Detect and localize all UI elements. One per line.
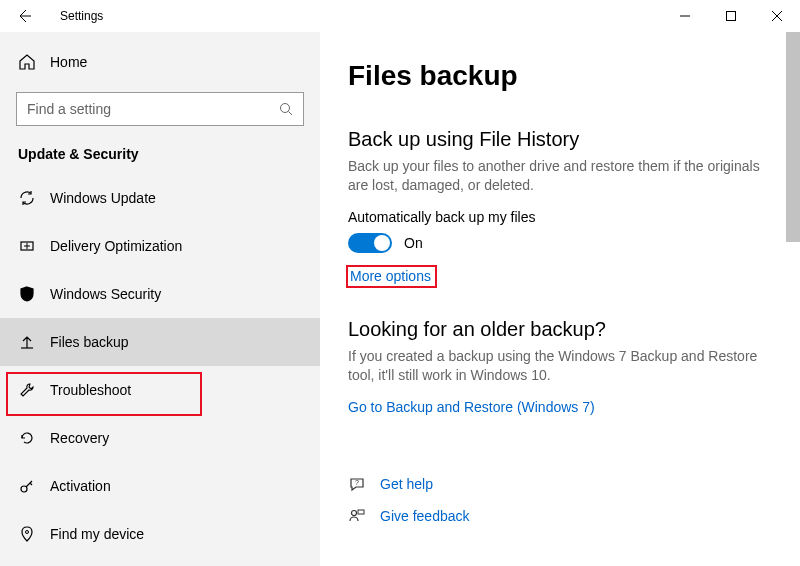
minimize-button[interactable] <box>662 0 708 32</box>
home-icon <box>18 53 36 71</box>
sidebar-item-label: Windows Update <box>50 190 156 206</box>
sidebar-item-label: Delivery Optimization <box>50 238 182 254</box>
sidebar-item-label: Activation <box>50 478 111 494</box>
content-area: Home Update & Security Windows Update De… <box>0 32 800 566</box>
sidebar-item-troubleshoot[interactable]: Troubleshoot <box>0 366 320 414</box>
sidebar: Home Update & Security Windows Update De… <box>0 32 320 566</box>
search-icon <box>279 102 293 116</box>
toggle-label: Automatically back up my files <box>348 209 776 225</box>
backup-restore-link[interactable]: Go to Backup and Restore (Windows 7) <box>348 399 595 415</box>
scrollbar-thumb[interactable] <box>786 32 800 242</box>
section-desc-older-backup: If you created a backup using the Window… <box>348 347 776 385</box>
svg-rect-0 <box>727 12 736 21</box>
svg-rect-7 <box>358 510 364 514</box>
toggle-row: On <box>348 233 776 253</box>
home-nav[interactable]: Home <box>0 42 320 82</box>
svg-point-1 <box>281 104 290 113</box>
titlebar: Settings <box>0 0 800 32</box>
section-title-file-history: Back up using File History <box>348 128 776 151</box>
toggle-state: On <box>404 235 423 251</box>
sidebar-item-windows-update[interactable]: Windows Update <box>0 174 320 222</box>
sidebar-item-label: Recovery <box>50 430 109 446</box>
sidebar-item-recovery[interactable]: Recovery <box>0 414 320 462</box>
sidebar-item-label: Troubleshoot <box>50 382 131 398</box>
search-box[interactable] <box>16 92 304 126</box>
delivery-icon <box>18 237 36 255</box>
page-title: Files backup <box>348 60 776 92</box>
shield-icon <box>18 285 36 303</box>
get-help-row[interactable]: ? Get help <box>348 475 776 493</box>
search-input[interactable] <box>27 101 279 117</box>
backup-icon <box>18 333 36 351</box>
category-header: Update & Security <box>0 140 320 174</box>
sidebar-item-label: Windows Security <box>50 286 161 302</box>
get-help-link[interactable]: Get help <box>380 476 433 492</box>
window-controls <box>662 0 800 32</box>
section-older-backup: Looking for an older backup? If you crea… <box>348 318 776 415</box>
svg-text:?: ? <box>355 479 359 486</box>
window-title: Settings <box>60 9 103 23</box>
section-desc-file-history: Back up your files to another drive and … <box>348 157 776 195</box>
location-icon <box>18 525 36 543</box>
sidebar-item-delivery-optimization[interactable]: Delivery Optimization <box>0 222 320 270</box>
highlight-box-more-options: More options <box>346 265 437 288</box>
sync-icon <box>18 189 36 207</box>
footer-links: ? Get help Give feedback <box>348 475 776 525</box>
sidebar-item-find-my-device[interactable]: Find my device <box>0 510 320 558</box>
wrench-icon <box>18 381 36 399</box>
maximize-button[interactable] <box>708 0 754 32</box>
svg-point-6 <box>352 510 357 515</box>
svg-point-4 <box>26 531 29 534</box>
recovery-icon <box>18 429 36 447</box>
home-label: Home <box>50 54 87 70</box>
back-button[interactable] <box>10 2 38 30</box>
give-feedback-link[interactable]: Give feedback <box>380 508 470 524</box>
key-icon <box>18 477 36 495</box>
sidebar-item-windows-security[interactable]: Windows Security <box>0 270 320 318</box>
close-button[interactable] <box>754 0 800 32</box>
sidebar-item-files-backup[interactable]: Files backup <box>0 318 320 366</box>
give-feedback-row[interactable]: Give feedback <box>348 507 776 525</box>
more-options-link[interactable]: More options <box>350 268 431 284</box>
sidebar-item-label: Files backup <box>50 334 129 350</box>
main-panel: Files backup Back up using File History … <box>320 32 800 566</box>
feedback-icon <box>348 507 366 525</box>
sidebar-item-label: Find my device <box>50 526 144 542</box>
help-icon: ? <box>348 475 366 493</box>
sidebar-item-activation[interactable]: Activation <box>0 462 320 510</box>
auto-backup-toggle[interactable] <box>348 233 392 253</box>
section-title-older-backup: Looking for an older backup? <box>348 318 776 341</box>
